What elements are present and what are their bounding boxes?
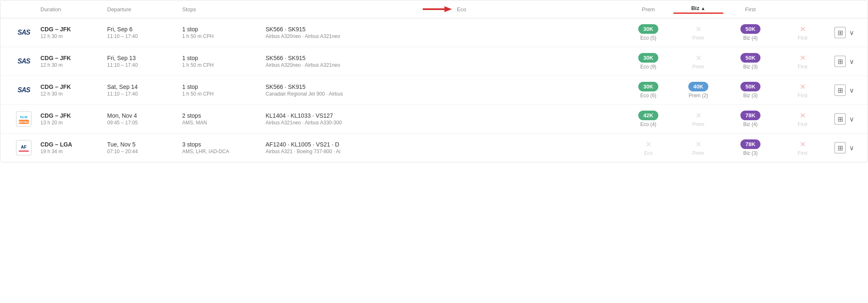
eco-price-badge[interactable]: 30K [638,82,658,91]
prem-price-cell: ✕ Prem [673,140,723,156]
departure-date: Tue, Nov 5 [107,141,182,148]
biz-price-badge[interactable]: 78K [740,111,760,120]
eco-price-cell[interactable]: 30K Eco (9) [623,53,673,70]
eco-price-cell[interactable]: 30K Eco (5) [623,24,673,41]
sas-logo: SAS [18,29,30,36]
sas-logo: SAS [18,86,30,94]
prem-unavailable-label: Prem [692,150,705,156]
prem-unavailable-label: Prem [692,121,705,127]
route-cell: CDG – JFK 12 h 30 m [40,26,107,39]
first-unavailable-label: First [798,121,807,127]
route-main: CDG – LGA [40,141,107,148]
duration: 12 h 30 m [40,62,107,68]
aircraft-types: Airbus A321 · Boeing 737-800 · Ai [266,149,382,154]
biz-price-sub: Biz (3) [743,93,758,98]
biz-price-cell[interactable]: 78K Biz (4) [723,111,778,127]
aircraft-types: Airbus A321neo · Airbus A330-300 [266,120,382,126]
header-stops: Stops [182,6,266,13]
prem-unavailable-icon: ✕ [695,140,702,149]
route-cell: CDG – JFK 13 h 20 m [40,112,107,126]
row-actions[interactable]: ⊞ ∨ [828,56,861,67]
first-unavailable-label: First [798,93,807,98]
expand-button[interactable]: ⊞ [834,113,846,125]
first-price-cell: ✕ First [778,25,828,41]
biz-price-cell[interactable]: 50K Biz (3) [723,53,778,70]
chevron-down-icon[interactable]: ∨ [849,29,854,37]
expand-button[interactable]: ⊞ [834,27,846,38]
eco-price-cell[interactable]: 30K Eco (6) [623,82,673,98]
departure-cell: Fri, Sep 6 11:10 – 17:40 [107,26,182,39]
header-eco-label[interactable]: Eco [457,6,466,13]
row-actions[interactable]: ⊞ ∨ [828,142,861,154]
prem-unavailable-icon: ✕ [695,53,702,63]
biz-price-sub: Biz (3) [743,150,758,156]
table-header: Duration Departure Stops Eco Prem Biz ▲ … [0,0,868,18]
eco-price-cell: ✕ Eco [623,140,673,156]
duration: 19 h 34 m [40,149,107,154]
airline-logo: SAS [7,29,40,36]
stops-detail: AMS, LHR, IAD-DCA [182,149,266,154]
eco-price-badge[interactable]: 30K [638,24,658,34]
route-main: CDG – JFK [40,112,107,119]
expand-button[interactable]: ⊞ [834,142,846,154]
table-row: SAS CDG – JFK 12 h 30 m Sat, Sep 14 11:1… [0,76,868,105]
table-row: AF CDG – LGA 19 h 34 m Tue, Nov 5 07:10 … [0,134,868,162]
row-actions[interactable]: ⊞ ∨ [828,84,861,96]
duration: 13 h 20 m [40,120,107,126]
biz-price-cell[interactable]: 50K Biz (3) [723,82,778,98]
prem-price-cell[interactable]: 40K Prem (2) [673,82,723,98]
prem-price-cell: ✕ Prem [673,111,723,127]
eco-price-sub: Eco (6) [640,93,657,98]
expand-button[interactable]: ⊞ [834,84,846,96]
prem-price-cell: ✕ Prem [673,25,723,41]
route-cell: CDG – JFK 12 h 30 m [40,83,107,97]
prem-unavailable-label: Prem [692,35,705,41]
chevron-down-icon[interactable]: ∨ [849,86,854,94]
duration: 12 h 30 m [40,33,107,39]
chevron-down-icon[interactable]: ∨ [849,144,854,152]
biz-price-badge[interactable]: 78K [740,139,760,149]
header-departure: Departure [107,6,182,13]
departure-time: 07:10 – 20:44 [107,149,182,154]
eco-price-sub: Eco (9) [640,64,657,70]
first-price-cell: ✕ First [778,53,828,70]
chevron-down-icon[interactable]: ∨ [849,58,854,66]
flights-cell: AF1240 · KL1005 · VS21 · D Airbus A321 ·… [266,141,623,154]
eco-price-cell[interactable]: 42K Eco (4) [623,111,673,127]
svg-text:KLM: KLM [20,115,28,119]
expand-button[interactable]: ⊞ [834,56,846,67]
airline-logo: SAS [7,86,40,94]
af-logo: AF [15,139,32,156]
biz-price-badge[interactable]: 50K [740,53,760,63]
first-price-cell: ✕ First [778,82,828,98]
biz-price-badge[interactable]: 50K [740,82,760,91]
biz-price-badge[interactable]: 50K [740,24,760,34]
klm-logo: KLM ROYAL [15,111,32,127]
route-main: CDG – JFK [40,26,107,33]
eco-price-badge[interactable]: 42K [638,111,658,120]
first-unavailable-icon: ✕ [800,53,806,63]
header-prem: Prem [623,6,673,13]
eco-price-badge[interactable]: 30K [638,53,658,63]
prem-price-badge[interactable]: 40K [688,82,708,91]
row-actions[interactable]: ⊞ ∨ [828,27,861,38]
flight-numbers: KL1404 · KL1033 · VS127 [266,112,623,119]
biz-price-cell[interactable]: 78K Biz (3) [723,139,778,156]
chevron-down-icon[interactable]: ∨ [849,115,854,123]
stops-cell: 1 stop 1 h 50 m CPH [182,26,266,39]
first-unavailable-icon: ✕ [800,111,806,120]
biz-price-cell[interactable]: 50K Biz (4) [723,24,778,41]
header-biz[interactable]: Biz ▲ [673,5,723,14]
stops-count: 1 stop [182,55,266,61]
biz-sort-underline [673,13,723,14]
prem-unavailable-label: Prem [692,64,705,70]
departure-cell: Mon, Nov 4 09:45 – 17:05 [107,112,182,126]
first-unavailable-label: First [798,64,807,70]
first-unavailable-icon: ✕ [800,25,806,34]
first-price-cell: ✕ First [778,111,828,127]
row-actions[interactable]: ⊞ ∨ [828,113,861,125]
departure-time: 11:10 – 17:40 [107,62,182,68]
flight-numbers: SK566 · SK915 [266,83,623,90]
stops-count: 1 stop [182,83,266,90]
departure-date: Mon, Nov 4 [107,112,182,119]
